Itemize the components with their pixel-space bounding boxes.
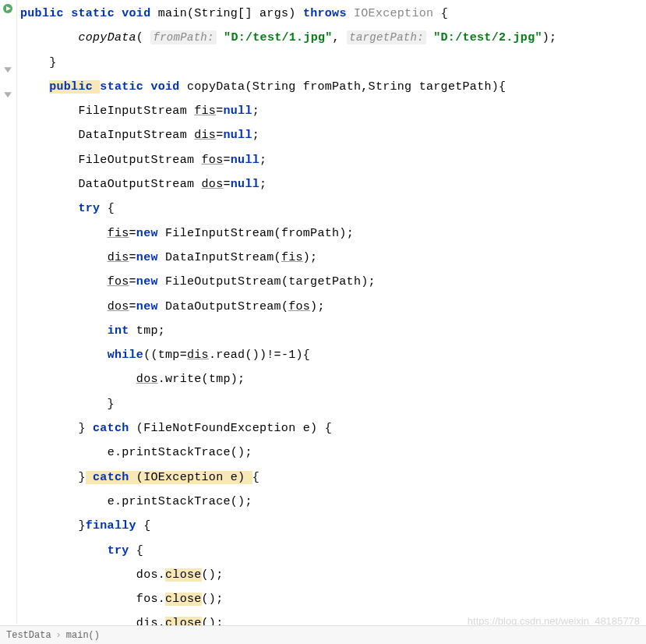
breadcrumb-class[interactable]: TestData	[6, 630, 51, 641]
code-line: dis=new DataInputStream(fis);	[20, 246, 643, 270]
breadcrumb-method[interactable]: main()	[66, 630, 100, 641]
code-line: try {	[20, 539, 643, 563]
code-line: DataInputStream dis=null;	[20, 123, 643, 147]
code-line: int tmp;	[20, 319, 643, 343]
code-line: public static void copyData(String fromP…	[20, 75, 643, 99]
code-line: fos=new FileOutputStream(targetPath);	[20, 270, 643, 294]
code-line: } catch (IOException e) {	[20, 465, 643, 490]
code-line: FileOutputStream fos=null;	[20, 148, 643, 172]
code-line: }	[20, 392, 643, 416]
fold-icon[interactable]	[2, 65, 13, 76]
code-line: try {	[20, 196, 643, 221]
code-line: copyData( fromPath: "D:/test/1.jpg", tar…	[20, 26, 643, 50]
code-line: dos.write(tmp);	[20, 367, 643, 391]
gutter	[0, 0, 17, 624]
editor-area: public static void main(String[] args) t…	[0, 0, 646, 624]
run-gutter-icon[interactable]	[2, 3, 13, 14]
code-line: fos.close();	[20, 587, 643, 611]
svg-marker-3	[4, 92, 11, 97]
code-line: e.printStackTrace();	[20, 490, 643, 514]
chevron-right-icon: ›	[56, 630, 62, 641]
code-line: }	[20, 51, 643, 75]
code-content[interactable]: public static void main(String[] args) t…	[17, 0, 646, 624]
code-line: }finally {	[20, 514, 643, 538]
code-line: FileInputStream fis=null;	[20, 99, 643, 123]
breadcrumb[interactable]: TestData › main()	[0, 625, 646, 644]
svg-marker-2	[4, 67, 11, 73]
code-line: dos.close();	[20, 563, 643, 587]
code-line: DataOutputStream dos=null;	[20, 172, 643, 196]
fold-icon[interactable]	[2, 90, 13, 101]
code-line: while((tmp=dis.read())!=-1){	[20, 343, 643, 367]
code-line: public static void main(String[] args) t…	[20, 2, 643, 26]
code-line: } catch (FileNotFoundException e) {	[20, 416, 643, 441]
code-line: dos=new DataOutputStream(fos);	[20, 295, 643, 319]
code-line: e.printStackTrace();	[20, 441, 643, 465]
code-line: fis=new FileInputStream(fromPath);	[20, 221, 643, 246]
